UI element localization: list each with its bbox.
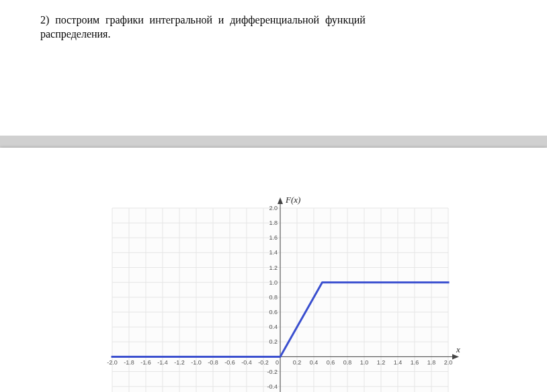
svg-marker-38 [278, 197, 283, 204]
svg-text:0.4: 0.4 [269, 324, 278, 330]
svg-text:0.4: 0.4 [310, 359, 319, 366]
svg-text:-1.2: -1.2 [174, 359, 185, 366]
problem-number: 2) [40, 14, 49, 26]
svg-text:1.6: 1.6 [411, 359, 419, 366]
page-bottom: -2.0-1.8-1.6-1.4-1.2-1.0-0.8-0.6-0.4-0.2… [0, 148, 547, 392]
svg-text:1.2: 1.2 [377, 359, 386, 366]
svg-text:-1.4: -1.4 [157, 359, 168, 366]
svg-text:1.8: 1.8 [427, 359, 436, 366]
svg-text:-0.2: -0.2 [258, 359, 269, 366]
problem-text-line2: распределения. [40, 28, 110, 40]
svg-text:1.4: 1.4 [269, 249, 278, 256]
svg-text:-1.0: -1.0 [191, 359, 202, 366]
page-separator [0, 136, 547, 148]
svg-text:-2.0: -2.0 [107, 359, 118, 366]
svg-text:1.0: 1.0 [269, 279, 278, 285]
svg-text:1.8: 1.8 [269, 219, 278, 226]
svg-text:0: 0 [276, 359, 279, 366]
svg-text:1.4: 1.4 [394, 359, 403, 366]
problem-statement: 2) построим графики интегральной и диффе… [40, 13, 507, 42]
svg-text:-0.6: -0.6 [224, 359, 235, 366]
svg-text:-0.4: -0.4 [267, 383, 278, 389]
chart-svg: -2.0-1.8-1.6-1.4-1.2-1.0-0.8-0.6-0.4-0.2… [85, 188, 462, 392]
svg-text:1.0: 1.0 [360, 359, 369, 366]
svg-text:0.8: 0.8 [343, 359, 352, 366]
svg-text:0.2: 0.2 [269, 338, 278, 345]
svg-text:-0.2: -0.2 [267, 368, 278, 375]
svg-text:x: x [456, 344, 460, 354]
svg-text:0.8: 0.8 [269, 293, 278, 300]
svg-marker-40 [452, 354, 459, 359]
svg-text:1.2: 1.2 [269, 264, 278, 271]
svg-text:1.6: 1.6 [269, 234, 278, 241]
svg-text:-0.8: -0.8 [208, 359, 218, 366]
svg-text:0.6: 0.6 [269, 309, 278, 315]
svg-text:0.6: 0.6 [327, 359, 335, 366]
svg-text:-0.4: -0.4 [241, 359, 252, 366]
svg-text:-1.8: -1.8 [124, 359, 134, 366]
svg-text:2.0: 2.0 [444, 359, 453, 366]
svg-text:0.2: 0.2 [293, 359, 302, 366]
svg-text:F(x): F(x) [285, 195, 300, 205]
svg-text:2.0: 2.0 [269, 205, 278, 211]
svg-text:-1.6: -1.6 [140, 359, 151, 366]
page-top: 2) построим графики интегральной и диффе… [0, 0, 547, 136]
chart-cdf: -2.0-1.8-1.6-1.4-1.2-1.0-0.8-0.6-0.4-0.2… [85, 188, 462, 392]
problem-text-line1: построим графики интегральной и дифферен… [55, 14, 366, 26]
